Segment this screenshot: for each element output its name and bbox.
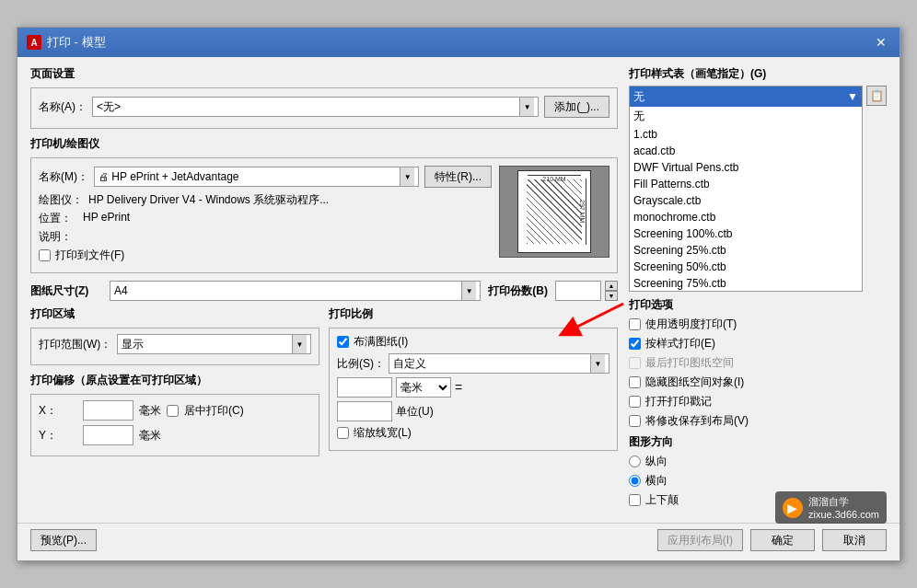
app-icon: A: [27, 35, 41, 50]
paper-size-combobox[interactable]: A4 ▼: [110, 281, 481, 301]
print-to-file-checkbox[interactable]: [39, 249, 51, 261]
style-table-selected[interactable]: 无 ▼: [630, 86, 862, 107]
fit-paper-row: 布满图纸(I): [337, 334, 609, 350]
spin-up-button[interactable]: ▲: [605, 281, 618, 291]
preview-button[interactable]: 预览(P)...: [30, 529, 97, 551]
fit-paper-label[interactable]: 布满图纸(I): [354, 334, 408, 350]
scale-values2-row: 2.465 单位(U): [337, 401, 609, 421]
save-label[interactable]: 将修改保存到布局(V): [645, 413, 749, 429]
cancel-button[interactable]: 取消: [822, 529, 887, 551]
style-item-dwf[interactable]: DWF Virtual Pens.ctb: [630, 159, 862, 176]
scale-arrow[interactable]: ▼: [590, 354, 605, 373]
scale-row: 比例(S)： 自定义 ▼: [337, 353, 609, 374]
style-table-row: 无 ▼ 无 1.ctb acad.ctb DWF Virtual Pens.ct…: [629, 86, 887, 292]
center-print-checkbox[interactable]: [167, 405, 179, 417]
name-dropdown-arrow[interactable]: ▼: [519, 98, 534, 116]
center-print-label[interactable]: 居中打印(C): [184, 403, 244, 419]
print-scale-group: 布满图纸(I) 比例(S)： 自定义 ▼ 1 毫米: [329, 328, 618, 451]
paper-size-controls: A4 ▼ 打印份数(B) 1 ▲ ▼: [110, 281, 618, 301]
style-item-none[interactable]: 无: [630, 107, 862, 126]
portrait-radio[interactable]: [629, 455, 641, 467]
portrait-label[interactable]: 纵向: [645, 454, 667, 469]
paper-size-row: 图纸尺寸(Z) A4 ▼ 打印份数(B) 1 ▲ ▼: [30, 281, 618, 301]
scale-unit1[interactable]: 毫米: [396, 377, 451, 398]
log-checkbox[interactable]: [629, 396, 641, 408]
page-setup-group: 名称(A)： <无> ▼ 添加(_)...: [30, 87, 618, 129]
watermark-text1: 溜溜自学: [808, 495, 879, 509]
left-panel: 页面设置 名称(A)： <无> ▼ 添加(_)... 打印机/绘图仪: [30, 66, 618, 513]
printer-name-combobox[interactable]: 🖨 HP ePrint + JetAdvantage ▼: [94, 167, 419, 187]
print-options-title: 打印选项: [629, 297, 887, 313]
close-button[interactable]: ✕: [872, 33, 890, 52]
style-item-1ctb[interactable]: 1.ctb: [630, 126, 862, 143]
style-item-s50[interactable]: Screening 50%.ctb: [630, 259, 862, 275]
x-input[interactable]: 0.00: [83, 400, 133, 421]
printer-dropdown-arrow[interactable]: ▼: [400, 167, 414, 186]
print-to-file-label[interactable]: 打印到文件(F): [55, 248, 124, 263]
location-row: 位置： HP ePrint: [39, 211, 492, 226]
print-range-label: 打印范围(W)：: [39, 337, 111, 352]
style-table-list: 无 1.ctb acad.ctb DWF Virtual Pens.ctb Fi…: [630, 107, 862, 291]
print-offset-group: X： 0.00 毫米 居中打印(C) Y： 0.00 毫米: [30, 394, 319, 456]
last-paper-row: 最后打印图纸空间: [629, 355, 887, 371]
print-area-group: 打印范围(W)： 显示 ▼: [30, 328, 319, 365]
style-item-fill[interactable]: Fill Patterns.ctb: [630, 176, 862, 192]
style-edit-button[interactable]: 📋: [866, 86, 887, 106]
name-row: 名称(A)： <无> ▼ 添加(_)...: [39, 96, 609, 118]
y-input[interactable]: 0.00: [83, 425, 133, 445]
print-offset-title: 打印偏移（原点设置在可打印区域）: [30, 373, 319, 388]
style-table-dropdown[interactable]: 无 ▼ 无 1.ctb acad.ctb DWF Virtual Pens.ct…: [629, 86, 863, 292]
log-row: 打开打印戳记: [629, 394, 887, 409]
lineweight-label[interactable]: 缩放线宽(L): [354, 425, 412, 441]
sample-checkbox[interactable]: [629, 338, 641, 350]
scale-value1[interactable]: 1: [337, 377, 392, 398]
copies-spinbox: 1 ▲ ▼: [555, 281, 618, 301]
x-unit: 毫米: [139, 403, 161, 419]
desc-row: 说明：: [39, 229, 492, 245]
spin-down-button[interactable]: ▼: [605, 291, 618, 301]
style-item-acad[interactable]: acad.ctb: [630, 143, 862, 159]
copies-input[interactable]: 1: [555, 281, 601, 301]
portrait-row: 纵向: [629, 454, 887, 469]
page-setup-title: 页面设置: [30, 66, 618, 82]
save-checkbox[interactable]: [629, 415, 641, 427]
paper-size-arrow[interactable]: ▼: [461, 282, 476, 300]
style-item-gray[interactable]: Grayscale.ctb: [630, 192, 862, 209]
printer-name-label: 名称(M)：: [39, 169, 88, 185]
transparent-checkbox[interactable]: [629, 318, 641, 330]
reverse-checkbox[interactable]: [629, 494, 641, 506]
hide-label[interactable]: 隐藏图纸空间对象(I): [645, 375, 744, 390]
style-item-s75[interactable]: Screening 75%.ctb: [630, 275, 862, 291]
style-item-s100[interactable]: Screening 100%.ctb: [630, 225, 862, 242]
print-dialog: A 打印 - 模型 ✕ 页面设置 名称(A)： <无> ▼ 添加(_)...: [17, 27, 900, 561]
reverse-label[interactable]: 上下颠: [645, 492, 679, 508]
ok-button[interactable]: 确定: [750, 529, 815, 551]
name-combobox[interactable]: <无> ▼: [92, 97, 539, 117]
transparent-label[interactable]: 使用透明度打印(T): [645, 317, 737, 332]
bottom-bar: 预览(P)... 应用到布局(I) 确定 取消: [17, 523, 900, 560]
sample-label[interactable]: 按样式打印(E): [645, 336, 715, 352]
scale-value2[interactable]: 2.465: [337, 401, 392, 421]
transparent-row: 使用透明度打印(T): [629, 317, 887, 332]
y-offset-row: Y： 0.00 毫米: [39, 425, 311, 445]
style-item-s25[interactable]: Screening 25%.ctb: [630, 242, 862, 259]
scale-combobox[interactable]: 自定义 ▼: [389, 353, 609, 374]
print-range-arrow[interactable]: ▼: [292, 335, 307, 353]
printer-info: 名称(M)： 🖨 HP ePrint + JetAdvantage ▼ 特性(R…: [39, 166, 492, 267]
apply-button[interactable]: 应用到布局(I): [657, 529, 743, 551]
lineweight-checkbox[interactable]: [337, 427, 349, 439]
properties-button[interactable]: 特性(R)...: [424, 166, 492, 188]
title-bar-left: A 打印 - 模型: [27, 34, 106, 51]
log-label[interactable]: 打开打印戳记: [645, 394, 712, 409]
print-range-combobox[interactable]: 显示 ▼: [117, 334, 311, 354]
print-scale-col: 打印比例 布满图纸(I) 比例(S)： 自定义 ▼: [329, 306, 618, 464]
landscape-label[interactable]: 横向: [645, 473, 667, 489]
plotter-value: HP Delivery Driver V4 - Windows 系统驱动程序..…: [88, 192, 492, 208]
print-range-row: 打印范围(W)： 显示 ▼: [39, 334, 311, 354]
fit-paper-checkbox[interactable]: [337, 336, 349, 348]
style-item-mono[interactable]: monochrome.ctb: [630, 209, 862, 225]
hide-checkbox[interactable]: [629, 376, 641, 388]
add-button[interactable]: 添加(_)...: [544, 96, 609, 118]
desc-label: 说明：: [39, 229, 77, 245]
landscape-radio[interactable]: [629, 475, 641, 487]
